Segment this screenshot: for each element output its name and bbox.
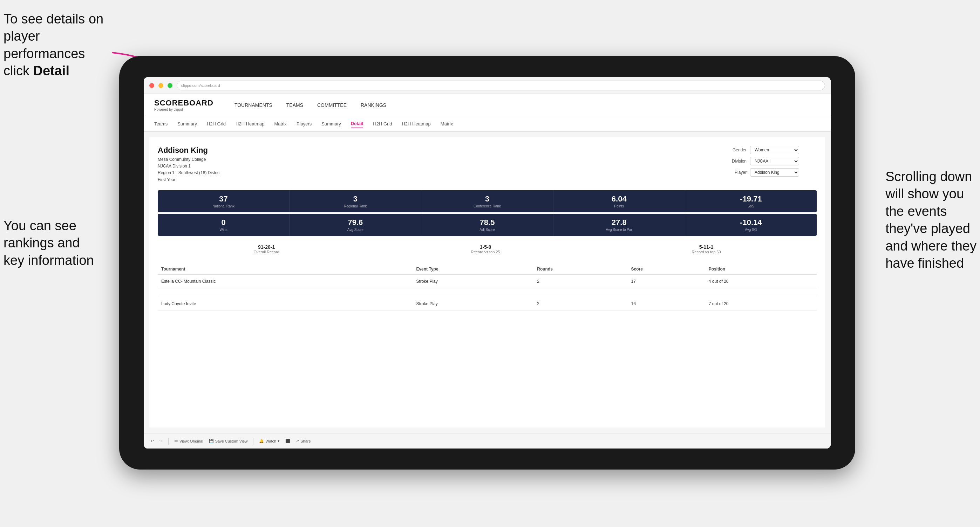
main-content: Addison King Mesa Community College NJCA… (144, 132, 831, 433)
subnav-detail[interactable]: Detail (351, 119, 363, 128)
record-item: 1-5-0Record vs top 25 (471, 244, 500, 254)
toolbar-sep2 (253, 438, 253, 444)
subnav-h2h-grid[interactable]: H2H Grid (207, 120, 226, 128)
stat-cell: 27.8Avg Score to Par (554, 214, 685, 236)
gender-filter: Gender Women (725, 146, 817, 154)
player-label: Player (725, 170, 746, 175)
subnav-matrix[interactable]: Matrix (274, 120, 286, 128)
nav-rankings[interactable]: RANKINGS (361, 101, 386, 110)
watch-chevron: ▾ (278, 439, 280, 443)
division-select[interactable]: NJCAA I (750, 157, 799, 165)
player-select[interactable]: Addison King (750, 168, 799, 176)
stat-cell: 3Conference Rank (421, 190, 553, 212)
table-row: Estella CC- Mountain Classic Stroke Play… (158, 275, 817, 288)
cell-tournament: Lady Coyote Invite (158, 297, 412, 310)
cell-score: 16 (627, 297, 705, 310)
table-row (158, 288, 817, 297)
logo-text: SCOREBOARD (154, 98, 213, 108)
cell-position: 7 out of 20 (705, 297, 817, 310)
save-custom-view-btn[interactable]: 💾 Save Custom View (209, 439, 248, 443)
stat-cell: 79.6Avg Score (290, 214, 421, 236)
minimize-dot[interactable] (158, 83, 163, 88)
subnav-teams[interactable]: Teams (154, 120, 167, 128)
browser-chrome: clippd.com/scoreboard (144, 77, 831, 94)
sub-nav: Teams Summary H2H Grid H2H Heatmap Matri… (144, 116, 831, 132)
stat-cell: 37National Rank (158, 190, 290, 212)
stats-row-2: 0Wins79.6Avg Score78.5Adj Score27.8Avg S… (158, 214, 817, 236)
eye-icon: 👁 (174, 439, 178, 443)
col-tournament: Tournament (158, 264, 412, 275)
top-nav: SCOREBOARD Powered by clippd TOURNAMENTS… (144, 94, 831, 116)
gender-label: Gender (725, 148, 746, 152)
nav-committee[interactable]: COMMITTEE (317, 101, 347, 110)
cell-rounds: 2 (533, 297, 627, 310)
subnav-h2h-heatmap[interactable]: H2H Heatmap (235, 120, 264, 128)
subnav-players[interactable]: Players (296, 120, 312, 128)
stat-cell: -19.71SoS (685, 190, 817, 212)
division-label: Division (725, 159, 746, 163)
player-filter: Player Addison King (725, 168, 817, 176)
subnav-h2h-heatmap2[interactable]: H2H Heatmap (402, 120, 430, 128)
division-filter: Division NJCAA I (725, 157, 817, 165)
col-score: Score (627, 264, 705, 275)
annotation-right: Scrolling down will show you the events … (885, 168, 977, 272)
tournament-table: Tournament Event Type Rounds Score Posit… (158, 264, 817, 311)
screen-btn[interactable]: ⬛ (285, 439, 290, 443)
subnav-summary[interactable]: Summary (177, 120, 197, 128)
player-year: First Year (158, 176, 221, 183)
player-division: NJCAA Division 1 (158, 163, 221, 170)
stat-cell: 6.04Points (554, 190, 685, 212)
cell-event-type (412, 288, 533, 297)
nav-tournaments[interactable]: TOURNAMENTS (234, 101, 272, 110)
cell-rounds (533, 288, 627, 297)
save-icon: 💾 (209, 439, 214, 443)
record-item: 5-11-1Record vs top 50 (692, 244, 721, 254)
col-event-type: Event Type (412, 264, 533, 275)
col-rounds: Rounds (533, 264, 627, 275)
cell-tournament: Estella CC- Mountain Classic (158, 275, 412, 288)
logo: SCOREBOARD Powered by clippd (154, 98, 213, 111)
share-btn[interactable]: ↗ Share (296, 439, 310, 443)
player-college: Mesa Community College (158, 156, 221, 163)
watch-btn[interactable]: 🔔 Watch ▾ (259, 439, 280, 443)
table-row: Lady Coyote Invite Stroke Play 2 16 7 ou… (158, 297, 817, 310)
share-icon: ↗ (296, 439, 299, 443)
cell-position (705, 288, 817, 297)
col-position: Position (705, 264, 817, 275)
close-dot[interactable] (149, 83, 154, 88)
cell-rounds: 2 (533, 275, 627, 288)
view-original-btn[interactable]: 👁 View: Original (174, 439, 203, 443)
stat-cell: 78.5Adj Score (421, 214, 553, 236)
nav-teams[interactable]: TEAMS (286, 101, 303, 110)
stat-cell: 0Wins (158, 214, 290, 236)
record-item: 91-20-1Overall Record (253, 244, 279, 254)
bottom-toolbar: ↩ ↪ 👁 View: Original 💾 Save Custom View … (144, 433, 831, 449)
cell-score: 17 (627, 275, 705, 288)
tablet-device: clippd.com/scoreboard SCOREBOARD Powered… (119, 56, 855, 470)
maximize-dot[interactable] (167, 83, 172, 88)
stat-cell: -10.14Avg SG (685, 214, 817, 236)
watch-icon: 🔔 (259, 439, 264, 443)
app-content: SCOREBOARD Powered by clippd TOURNAMENTS… (144, 94, 831, 449)
filter-controls: Gender Women Division NJCAA I (725, 146, 817, 176)
undo-btn[interactable]: ↩ (151, 439, 154, 443)
cell-tournament (158, 288, 412, 297)
subnav-matrix2[interactable]: Matrix (441, 120, 453, 128)
cell-event-type: Stroke Play (412, 297, 533, 310)
url-bar[interactable]: clippd.com/scoreboard (177, 81, 825, 90)
player-info: Addison King Mesa Community College NJCA… (158, 146, 221, 183)
gender-select[interactable]: Women (750, 146, 799, 154)
records-row: 91-20-1Overall Record1-5-0Record vs top … (158, 241, 817, 257)
subnav-summary2[interactable]: Summary (321, 120, 341, 128)
logo-sub: Powered by clippd (154, 108, 213, 111)
stats-row-1: 37National Rank3Regional Rank3Conference… (158, 190, 817, 212)
player-name: Addison King (158, 146, 221, 155)
player-header: Addison King Mesa Community College NJCA… (158, 146, 817, 183)
player-region: Region 1 - Southwest (18) District (158, 170, 221, 176)
subnav-h2h-grid2[interactable]: H2H Grid (373, 120, 392, 128)
annotation-top-left: To see details on player performances cl… (3, 11, 123, 80)
stat-cell: 3Regional Rank (290, 190, 421, 212)
annotation-bottom-left: You can see rankings and key information (3, 217, 94, 269)
cell-event-type: Stroke Play (412, 275, 533, 288)
redo-btn[interactable]: ↪ (159, 439, 162, 443)
